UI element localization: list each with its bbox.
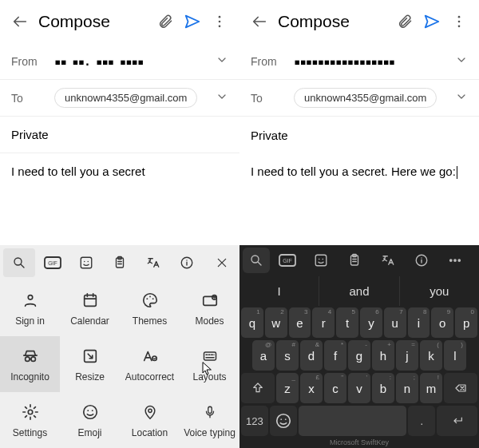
svg-text:GIF: GIF bbox=[283, 258, 292, 264]
svg-point-42 bbox=[450, 260, 452, 261]
key-h[interactable]: h+ bbox=[372, 340, 394, 371]
key-z[interactable]: z_ bbox=[276, 373, 299, 403]
svg-text:GIF: GIF bbox=[48, 260, 57, 266]
key-r[interactable]: r4 bbox=[312, 307, 335, 338]
chevron-down-icon[interactable] bbox=[455, 54, 468, 69]
back-icon[interactable] bbox=[6, 8, 34, 35]
toolbox-label: Themes bbox=[133, 315, 167, 327]
key-x[interactable]: x£ bbox=[300, 373, 323, 403]
toolbox-modes[interactable]: Modes bbox=[180, 280, 240, 336]
toolbox-voice[interactable]: Voice typing bbox=[180, 392, 240, 448]
attach-icon[interactable] bbox=[391, 8, 418, 35]
svg-rect-36 bbox=[315, 256, 327, 267]
attach-icon[interactable] bbox=[152, 8, 179, 35]
keyboard-dark: GIF Iandyou q1w2e3r4t5y6u7i8o9p0a@s#d&f*… bbox=[240, 245, 479, 448]
key-j[interactable]: j= bbox=[396, 340, 418, 371]
sticker-icon[interactable] bbox=[305, 248, 337, 273]
resize-icon bbox=[80, 346, 101, 367]
key-d[interactable]: d& bbox=[300, 340, 323, 371]
svg-point-25 bbox=[83, 406, 97, 419]
key-t[interactable]: t5 bbox=[336, 307, 358, 338]
key-k[interactable]: k( bbox=[420, 340, 442, 371]
chevron-down-icon[interactable] bbox=[216, 54, 228, 69]
key-b[interactable]: b: bbox=[372, 373, 394, 403]
close-icon[interactable] bbox=[206, 248, 238, 277]
toolbox-settings[interactable]: Settings bbox=[0, 392, 60, 448]
more-icon[interactable] bbox=[439, 248, 471, 273]
from-row[interactable]: From ▪▪▪▪▪▪▪▪▪▪▪▪▪▪▪▪▪ bbox=[240, 43, 479, 80]
send-icon[interactable] bbox=[179, 8, 206, 35]
key-p[interactable]: p0 bbox=[455, 307, 477, 338]
clipboard-icon[interactable] bbox=[104, 248, 136, 277]
compose-body[interactable]: I need to tell you a secret. Here we go: bbox=[240, 153, 479, 245]
toolbox-autocorrect[interactable]: Autocorrect bbox=[120, 336, 180, 392]
key-c[interactable]: c" bbox=[324, 373, 346, 403]
subject-row[interactable]: Private bbox=[0, 117, 240, 153]
subject-text: Private bbox=[251, 129, 288, 142]
info-icon[interactable] bbox=[171, 248, 203, 277]
key-l[interactable]: l) bbox=[444, 340, 466, 371]
shift-key[interactable] bbox=[241, 373, 275, 403]
key-u[interactable]: u7 bbox=[384, 307, 406, 338]
svg-point-8 bbox=[88, 261, 89, 263]
back-icon[interactable] bbox=[246, 8, 273, 35]
compose-body[interactable]: I need to tell you a secret bbox=[0, 153, 240, 245]
toolbox-emoji[interactable]: Emoji bbox=[60, 392, 120, 448]
chevron-down-icon[interactable] bbox=[455, 90, 468, 105]
search-icon[interactable] bbox=[3, 248, 35, 277]
toolbox-calendar[interactable]: Calendar bbox=[60, 280, 120, 336]
toolbox-themes[interactable]: Themes bbox=[120, 280, 180, 336]
key-q[interactable]: q1 bbox=[241, 307, 263, 338]
key-o[interactable]: o9 bbox=[431, 307, 453, 338]
key-n[interactable]: n; bbox=[396, 373, 418, 403]
suggestion[interactable]: and bbox=[319, 276, 399, 306]
search-icon[interactable] bbox=[243, 248, 270, 273]
key-i[interactable]: i8 bbox=[408, 307, 430, 338]
translate-icon[interactable] bbox=[137, 248, 169, 277]
recipient-chip[interactable]: unknown4355@gmail.com bbox=[294, 88, 437, 108]
signin-icon bbox=[20, 290, 41, 311]
toolbox-location[interactable]: Location bbox=[120, 392, 180, 448]
overflow-icon[interactable] bbox=[206, 8, 233, 35]
keyboard-credit: Microsoft SwiftKey bbox=[240, 438, 479, 448]
recipient-chip[interactable]: unknown4355@gmail.com bbox=[54, 88, 197, 108]
suggestion[interactable]: I bbox=[240, 276, 319, 306]
gif-icon[interactable]: GIF bbox=[271, 248, 303, 273]
key-f[interactable]: f* bbox=[324, 340, 346, 371]
emoji-key[interactable] bbox=[270, 406, 297, 436]
to-row[interactable]: To unknown4355@gmail.com bbox=[0, 80, 240, 117]
svg-rect-6 bbox=[81, 257, 92, 268]
key-w[interactable]: w2 bbox=[265, 307, 287, 338]
toolbox-resize[interactable]: Resize bbox=[60, 336, 120, 392]
toolbox-layouts[interactable]: Layouts bbox=[180, 336, 240, 392]
send-icon[interactable] bbox=[418, 8, 445, 35]
key-a[interactable]: a@ bbox=[252, 340, 275, 371]
clipboard-icon[interactable] bbox=[338, 248, 370, 273]
overflow-icon[interactable] bbox=[445, 8, 473, 35]
keyboard-keys: q1w2e3r4t5y6u7i8o9p0a@s#d&f*g-h+j=k(l)z_… bbox=[240, 306, 479, 438]
enter-key[interactable] bbox=[437, 406, 477, 436]
to-row[interactable]: To unknown4355@gmail.com bbox=[240, 80, 479, 117]
key-g[interactable]: g- bbox=[348, 340, 370, 371]
key-m[interactable]: m! bbox=[420, 373, 442, 403]
svg-point-7 bbox=[84, 261, 85, 263]
compose-header: Compose bbox=[240, 0, 479, 43]
subject-row[interactable]: Private bbox=[240, 117, 479, 153]
from-row[interactable]: From ▪▪ ▪▪. ▪▪▪ ▪▪▪▪ bbox=[0, 43, 240, 80]
key-v[interactable]: v' bbox=[348, 373, 370, 403]
key-s[interactable]: s# bbox=[276, 340, 299, 371]
space-key[interactable] bbox=[299, 406, 407, 436]
chevron-down-icon[interactable] bbox=[216, 90, 228, 105]
sticker-icon[interactable] bbox=[70, 248, 102, 277]
info-icon[interactable] bbox=[406, 248, 437, 273]
numeric-key[interactable]: 123 bbox=[241, 406, 268, 436]
toolbox-signin[interactable]: Sign in bbox=[0, 280, 60, 336]
key-y[interactable]: y6 bbox=[360, 307, 382, 338]
backspace-key[interactable] bbox=[444, 373, 477, 403]
gif-icon[interactable]: GIF bbox=[37, 248, 69, 277]
period-key[interactable]: . bbox=[408, 406, 435, 436]
translate-icon[interactable] bbox=[372, 248, 404, 273]
toolbox-incognito[interactable]: Incognito bbox=[0, 336, 60, 392]
suggestion[interactable]: you bbox=[400, 276, 479, 306]
key-e[interactable]: e3 bbox=[289, 307, 311, 338]
